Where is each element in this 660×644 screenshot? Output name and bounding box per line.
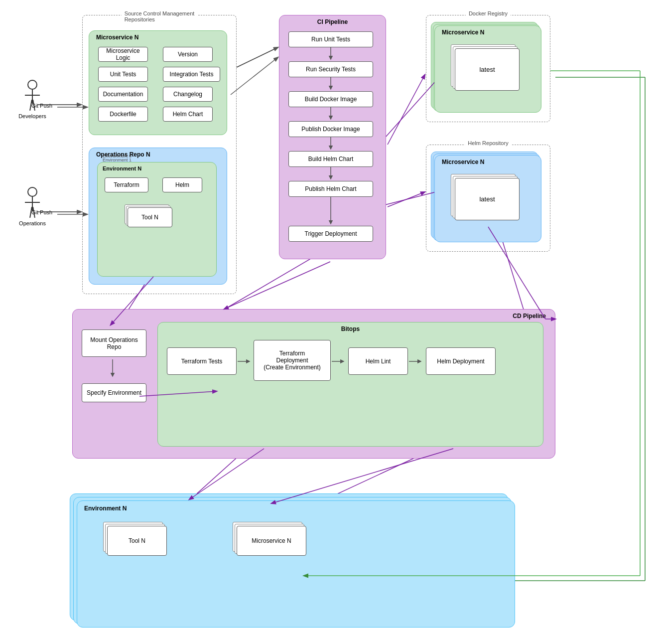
cd-label: CD Pipeline (513, 313, 546, 320)
terraform-tests-box: Terraform Tests (167, 347, 237, 375)
run-security-tests-box: Run Security Tests (288, 61, 373, 77)
helm-repo-label: Helm Repository (465, 140, 511, 146)
svg-line-37 (388, 75, 425, 145)
mount-ops-repo-box: Mount OperationsRepo (82, 329, 146, 357)
docker-microservice-container: Microservice N latest (434, 25, 541, 113)
helm-chart-box: Helm Chart (163, 107, 213, 122)
tool-stacked: Tool N (128, 207, 172, 227)
helm-deployment-box: Helm Deployment (426, 347, 496, 375)
env2-label: Environment 1 (103, 158, 132, 162)
documentation-box: Documentation (98, 87, 148, 102)
tool-n-env-box: Tool N (107, 526, 167, 556)
version-box: Version (163, 47, 213, 62)
helm-lint-box: Helm Lint (348, 347, 408, 375)
helm-repo-container: Helm Repository Microservice N latest (426, 145, 550, 252)
git-push-ops-label: Git Push (31, 209, 52, 215)
env-n-container: Environment N Environment 0 Environment … (97, 162, 217, 277)
microservice-logic-box: Microservice Logic (98, 47, 148, 62)
docker-registry-container: Docker Registry Microservice N latest (426, 15, 550, 122)
trigger-deployment-box: Trigger Deployment (288, 226, 373, 242)
changelog-box: Changelog (163, 87, 213, 102)
operations-label: Operations (15, 220, 50, 226)
terraform-deploy-box: TerraformDeployment(Create Environment) (254, 340, 331, 381)
tool-n-env-stacked: Tool N (107, 526, 167, 556)
helm-latest-box: latest (455, 178, 520, 220)
ci-label: CI Pipeline (317, 18, 348, 25)
svg-line-39 (224, 262, 330, 309)
ci-pipeline-container: CI Pipeline Run Unit Tests Run Security … (279, 15, 386, 259)
run-unit-tests-box: Run Unit Tests (288, 31, 373, 47)
docker-microservice-label: Microservice N (442, 29, 484, 36)
cd-pipeline-container: CD Pipeline Mount OperationsRepo Specify… (72, 309, 555, 459)
operations-actor: Operations (15, 187, 50, 226)
build-helm-chart-box: Build Helm Chart (288, 151, 373, 167)
microservice-label: Microservice N (96, 34, 138, 41)
developer-label: Developers (15, 113, 50, 119)
integration-tests-box: Integration Tests (163, 67, 220, 82)
dockerfile-box: Dockerfile (98, 107, 148, 122)
helm-box: Helm (162, 177, 202, 192)
bitops-label: Bitops (341, 325, 360, 332)
microservice-n-env-stacked: Microservice N (237, 526, 306, 556)
svg-line-2 (231, 57, 278, 95)
scm-label: Source Control ManagementRepositories (122, 10, 198, 22)
docker-registry-label: Docker Registry (466, 10, 511, 16)
helm-microservice-container: Microservice N latest (434, 155, 541, 242)
helm-version-stacked: latest (455, 178, 520, 220)
env-n-label: Environment N (103, 165, 141, 171)
build-docker-image-box: Build Docker Image (288, 91, 373, 107)
docker-version-stacked: latest (455, 48, 520, 91)
microservice-container: Microservice N Microservice Logic Versio… (89, 30, 227, 135)
git-push-dev-label: Git Push (31, 103, 52, 109)
terraform-box: Terraform (105, 177, 148, 192)
bitops-container: Bitops Terraform Tests TerraformDeployme… (157, 322, 543, 447)
microservice-n-env-box: Microservice N (237, 526, 306, 556)
environment-label: Environment N (84, 505, 127, 512)
svg-line-38 (388, 192, 425, 207)
publish-docker-image-box: Publish Docker Image (288, 121, 373, 137)
svg-line-36 (237, 47, 278, 67)
specify-env-box: Specify Environment (82, 383, 146, 402)
scm-container: Source Control ManagementRepositories Mi… (82, 15, 237, 294)
docker-latest-box: latest (455, 48, 520, 91)
tool-n-box-ops: Tool N (128, 207, 172, 227)
helm-microservice-label: Microservice N (442, 159, 484, 165)
publish-helm-chart-box: Publish Helm Chart (288, 181, 373, 197)
unit-tests-box: Unit Tests (98, 67, 148, 82)
developer-actor: Developers (15, 80, 50, 119)
operations-repo-container: Operations Repo N Environment N Environm… (89, 148, 227, 285)
environment-container: Environment N Tool N Microservice N (77, 500, 515, 628)
